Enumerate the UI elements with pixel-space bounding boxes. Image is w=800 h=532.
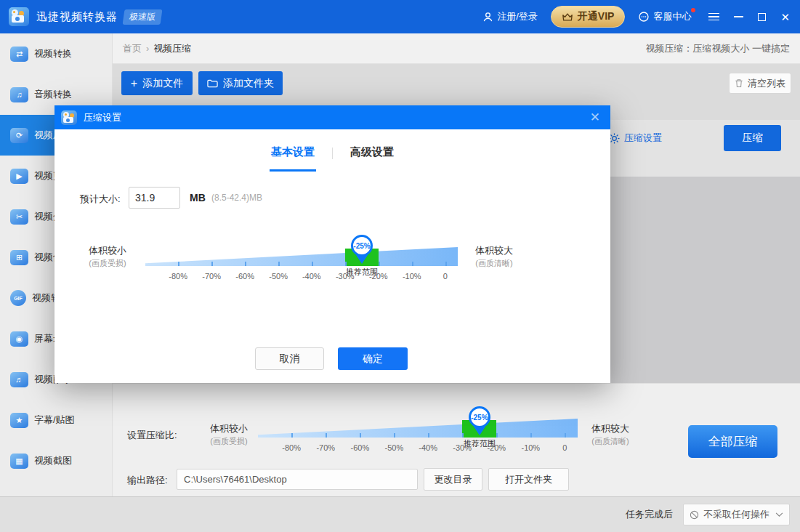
confirm-button[interactable]: 确定 [338, 347, 408, 370]
row-compress-settings-link[interactable]: 压缩设置 [609, 132, 662, 145]
app-logo-icon [9, 7, 29, 26]
chevron-down-icon [775, 512, 783, 517]
breadcrumb-current: 视频压缩 [153, 42, 191, 55]
dialog-app-icon [61, 110, 77, 125]
support-button[interactable]: 客服中心 [638, 10, 691, 23]
dialog-close-icon[interactable]: ✕ [590, 110, 600, 125]
video-edit-icon: ▶ [10, 169, 28, 184]
cancel-button[interactable]: 取消 [255, 347, 324, 370]
menu-button[interactable] [708, 13, 719, 21]
estimated-size-label: 预计大小: [80, 193, 121, 206]
compression-slider[interactable]: -25% 推荐范围 [258, 419, 578, 438]
sidebar-item-video-convert[interactable]: ⇄ 视频转换 [0, 33, 112, 74]
sidebar-item-label: 视频转换 [34, 47, 72, 60]
compress-all-button[interactable]: 全部压缩 [688, 425, 777, 458]
video-compress-icon: ⟳ [10, 128, 28, 143]
compression-slider[interactable]: -25% 推荐范围 [145, 247, 458, 266]
open-folder-button[interactable]: 打开文件夹 [488, 468, 569, 491]
slider-right-label: 体积较大 (画质清晰) [581, 422, 639, 447]
breadcrumb-bar: 首页 › 视频压缩 视频压缩：压缩视频大小 一键搞定 [113, 33, 800, 64]
notification-dot [691, 8, 695, 12]
sidebar-item-label: 音频转换 [34, 88, 72, 101]
output-path-label: 输出路径: [127, 474, 168, 487]
app-title: 迅捷视频转换器 [36, 10, 118, 24]
breadcrumb-separator: › [146, 43, 149, 54]
compression-panel: 设置压缩比: 体积较小 (画质受损) -25% 推荐范围 -80% -70% -… [113, 383, 800, 496]
slider-tick-labels: -80% -70% -60% -50% -40% -30% -20% -10% … [258, 443, 578, 455]
app-window: { "window": { "title": "迅捷视频转换器", "badge… [0, 0, 800, 532]
row-compress-button[interactable]: 压缩 [724, 125, 781, 151]
sidebar-item-video-snapshot[interactable]: ▦ 视频截图 [0, 440, 112, 481]
screen-record-icon: ◉ [10, 331, 28, 347]
compression-settings-dialog: 压缩设置 ✕ 基本设置 高级设置 预计大小: MB (8.5-42.4)MB 体… [54, 105, 610, 383]
dialog-title: 压缩设置 [84, 111, 121, 124]
size-unit: MB [190, 192, 206, 203]
title-bar: 迅捷视频转换器 极速版 注册/登录 开通VIP 客服中心 [0, 0, 800, 33]
add-folder-button[interactable]: 添加文件夹 [198, 71, 283, 95]
after-task-label: 任务完成后 [626, 508, 673, 521]
video-merge-icon: ⊞ [10, 250, 28, 265]
change-directory-button[interactable]: 更改目录 [424, 468, 482, 491]
sidebar-item-subtitle-sticker[interactable]: ★ 字幕/贴图 [0, 400, 112, 440]
tab-advanced-settings[interactable]: 高级设置 [333, 145, 411, 172]
vip-button[interactable]: 开通VIP [551, 6, 626, 28]
video-split-icon: ✂ [10, 209, 28, 225]
audio-convert-icon: ♫ [10, 87, 28, 102]
slider-left-label: 体积较小 (画质受损) [78, 244, 137, 269]
clear-list-button[interactable]: 清空列表 [729, 73, 791, 94]
estimated-size-input[interactable] [129, 187, 180, 209]
edition-badge: 极速版 [123, 9, 163, 25]
login-button[interactable]: 注册/登录 [482, 10, 538, 23]
chat-icon [638, 11, 650, 23]
gear-icon [609, 133, 620, 144]
slider-tick-labels: -80% -70% -60% -50% -40% -30% -20% -10% … [145, 272, 458, 283]
maximize-button[interactable] [758, 13, 766, 21]
page-subtitle: 视频压缩：压缩视频大小 一键搞定 [645, 42, 790, 55]
dialog-header: 压缩设置 ✕ [54, 105, 610, 129]
slider-track[interactable] [258, 419, 578, 438]
video-to-gif-icon: GIF [10, 290, 26, 306]
sidebar-item-label: 视频截图 [34, 454, 72, 467]
minimize-button[interactable] [734, 16, 743, 17]
video-snapshot-icon: ▦ [10, 454, 28, 469]
slider-handle[interactable]: -25% [351, 235, 373, 264]
trash-icon [735, 78, 743, 88]
slider-handle-pointer [474, 427, 485, 435]
plus-icon: + [131, 77, 137, 90]
slider-handle[interactable]: -25% [469, 406, 490, 435]
slider-handle-pointer [356, 255, 368, 264]
breadcrumb-home[interactable]: 首页 [123, 42, 142, 55]
user-icon [482, 12, 493, 23]
sidebar-item-label: 字幕/贴图 [34, 414, 75, 427]
no-action-icon [690, 510, 699, 520]
video-music-icon: ♬ [10, 372, 28, 387]
subtitle-sticker-icon: ★ [10, 413, 28, 428]
video-convert-icon: ⇄ [10, 47, 28, 62]
add-file-button[interactable]: + 添加文件 [121, 71, 193, 95]
folder-icon [207, 78, 218, 88]
after-task-select[interactable]: 不采取任何操作 [683, 504, 790, 525]
crown-icon [562, 12, 573, 22]
size-range-hint: (8.5-42.4)MB [211, 193, 262, 203]
output-path-input[interactable] [177, 469, 418, 490]
slider-right-label: 体积较大 (画质清晰) [465, 244, 523, 269]
slider-left-label: 体积较小 (画质受损) [200, 422, 258, 447]
dialog-tabs: 基本设置 高级设置 [54, 145, 610, 172]
slider-track[interactable] [145, 247, 458, 266]
tab-basic-settings[interactable]: 基本设置 [254, 145, 332, 172]
status-bar: 任务完成后 不采取任何操作 [0, 496, 800, 532]
ratio-label: 设置压缩比: [127, 429, 177, 442]
close-window-button[interactable]: ✕ [780, 12, 790, 23]
